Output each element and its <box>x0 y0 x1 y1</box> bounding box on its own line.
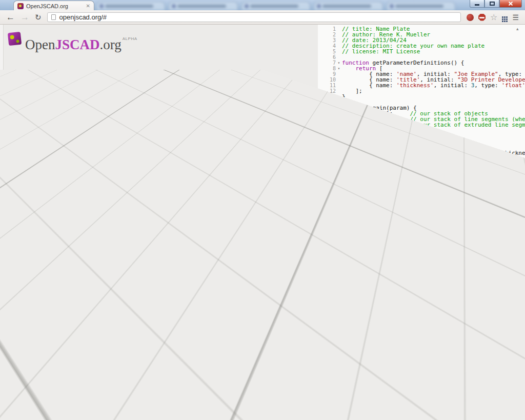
fold-space <box>336 150 342 156</box>
url-text[interactable]: openjscad.org/# <box>59 13 107 21</box>
fold-toggle-icon[interactable]: ▾ <box>336 229 342 235</box>
scroll-left-icon[interactable]: ◂ <box>334 413 336 417</box>
background-tab[interactable] <box>96 2 165 10</box>
param-label: Your name <box>12 321 49 328</box>
github-link[interactable]: GitHub: OpenJSCAD <box>246 411 298 417</box>
gutter-space <box>318 156 324 162</box>
line-number: 38 <box>324 235 336 241</box>
generate-stl-button[interactable]: Generate STL <box>259 365 307 375</box>
gutter-space <box>318 83 324 88</box>
fold-space <box>336 241 342 246</box>
gutter-space <box>318 252 324 257</box>
fold-space <box>336 128 342 133</box>
apps-grid-icon[interactable] <box>502 16 503 18</box>
editor-scroll-down-icon[interactable]: ▾ <box>516 404 519 409</box>
editor-scroll-up-icon[interactable]: ▴ <box>516 27 519 31</box>
line-number: 5 <box>324 49 336 54</box>
fold-space <box>336 252 342 257</box>
line-number: 4 <box>324 43 336 49</box>
code-editor[interactable]: 1// title: Name Plate2// author: Rene K.… <box>318 25 525 286</box>
reload-button[interactable]: ↻ <box>35 13 42 21</box>
gutter-space <box>318 139 324 145</box>
gutter-space <box>318 111 324 116</box>
warning-icon: ⚠ <box>318 274 324 280</box>
tab-close-icon[interactable]: ✕ <box>86 4 90 9</box>
gutter-space <box>318 241 324 246</box>
fold-space <box>336 167 342 173</box>
fold-space <box>336 111 342 116</box>
param-actions: Update Instant Update <box>13 352 150 363</box>
line-number: 36 <box>324 224 336 229</box>
fold-toggle-icon[interactable]: ▾ <box>336 60 342 66</box>
line-number: 6 <box>324 54 336 60</box>
line-number: 37 <box>324 229 336 235</box>
gutter-space <box>318 37 324 43</box>
gutter-space <box>318 224 324 229</box>
line-number: 19 <box>324 128 336 133</box>
fold-space <box>336 37 342 43</box>
gutter-space <box>318 201 324 207</box>
editor-lines: 1// title: Name Plate2// author: Rene K.… <box>318 26 525 286</box>
bookmark-star-icon[interactable]: ☆ <box>490 13 497 22</box>
background-tab[interactable] <box>169 2 237 10</box>
gutter-space <box>318 257 324 263</box>
code-text: } <box>342 274 346 280</box>
background-tab[interactable] <box>314 2 382 10</box>
code-text: { name: 'thickness', initial: 3, type: '… <box>342 83 525 88</box>
background-tab[interactable] <box>241 2 310 10</box>
param-input-2[interactable] <box>49 341 116 349</box>
fold-space <box>336 133 342 139</box>
fold-toggle-icon[interactable]: ▾ <box>336 190 342 195</box>
fold-toggle-icon[interactable]: ▾ <box>336 145 342 150</box>
update-button[interactable]: Update <box>13 352 44 363</box>
back-button[interactable]: ← <box>6 13 15 22</box>
active-tab[interactable]: OpenJSCAD.org ✕ <box>13 1 94 10</box>
fold-toggle-icon[interactable]: ▾ <box>336 66 342 71</box>
gutter-space <box>318 162 324 167</box>
minimize-button[interactable] <box>470 0 484 8</box>
gutter-space <box>318 150 324 156</box>
menu-hamburger-icon[interactable]: ☰ <box>512 14 519 21</box>
gutter-space <box>318 105 324 111</box>
select-dropdown-icon[interactable]: ▼ <box>247 367 255 374</box>
extension-icon[interactable] <box>467 14 474 21</box>
maximize-button[interactable] <box>484 0 499 8</box>
scrollbar-thumb[interactable] <box>341 411 429 417</box>
fold-space <box>336 88 342 94</box>
fold-space <box>336 77 342 83</box>
minimize-icon <box>475 4 479 6</box>
param-input-0[interactable] <box>49 320 145 329</box>
line-number: 7 <box>324 60 336 66</box>
gutter-space <box>318 54 324 60</box>
param-label: Thickness <box>12 341 49 349</box>
instant-update-label: Instant Update <box>58 354 102 362</box>
fold-space <box>336 71 342 77</box>
fold-toggle-icon[interactable]: ▾ <box>336 105 342 111</box>
fold-space <box>336 195 342 201</box>
details-link[interactable]: details <box>148 392 168 401</box>
gutter-space <box>318 94 324 99</box>
param-row: Thickness <box>12 341 150 349</box>
dropzone-text-2: ) <box>168 392 171 401</box>
file-dropzone[interactable]: Drop your jscad, scad, amf, stl file or … <box>7 377 311 405</box>
fold-toggle-icon[interactable]: ▾ <box>336 173 342 178</box>
scroll-right-icon[interactable]: ▸ <box>519 413 521 417</box>
viewport-3d[interactable]: Joe Example 3D Printer Developer OpenJSC… <box>0 25 525 420</box>
side-drawer-handle[interactable] <box>0 197 12 234</box>
instant-update-checkbox[interactable] <box>50 354 56 361</box>
editor-horizontal-scrollbar[interactable]: ◂ ▸ <box>332 411 523 418</box>
address-bar[interactable]: openjscad.org/# <box>47 12 461 22</box>
dropzone-text-3: or edit OpenJSCAD or OpenSCAD source-cod… <box>47 402 271 410</box>
param-row: Your title <box>12 330 150 339</box>
export-format-value: STL (Binary) <box>205 368 236 374</box>
code-line: 13} <box>318 94 525 99</box>
export-format-select[interactable]: STL (Binary) ▼ <box>202 366 255 375</box>
close-button[interactable] <box>499 0 522 8</box>
param-input-1[interactable] <box>49 330 145 339</box>
background-tab[interactable] <box>387 2 455 10</box>
gutter-space <box>318 235 324 241</box>
adblock-icon[interactable] <box>478 14 486 21</box>
param-label: Your title <box>12 331 49 338</box>
gutter-space <box>318 190 324 195</box>
forward-button[interactable]: → <box>21 13 29 22</box>
